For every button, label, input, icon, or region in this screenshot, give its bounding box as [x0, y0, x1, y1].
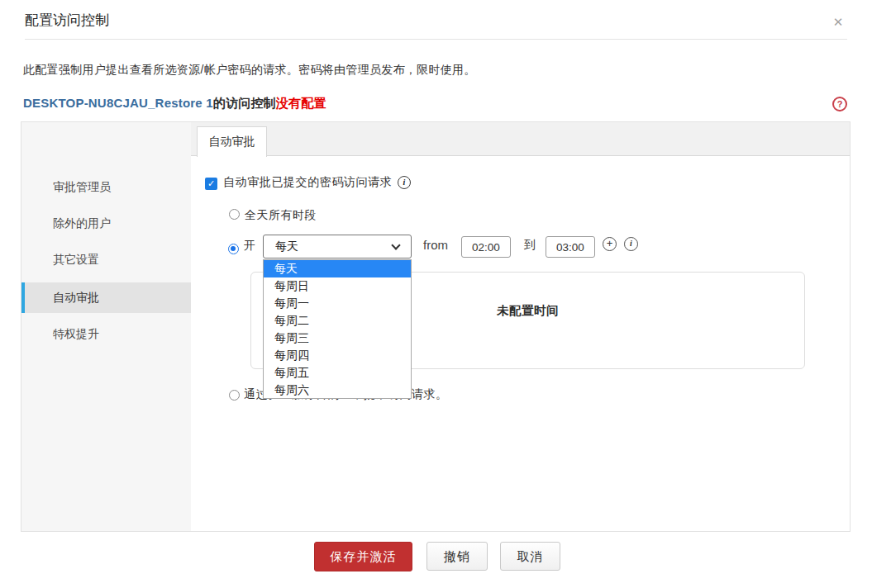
cancel-button[interactable]: 取消 [500, 542, 560, 571]
tab-strip: 自动审批 [191, 122, 850, 156]
day-select[interactable]: 每天 [263, 235, 412, 258]
empty-schedule-text: 未配置时间 [497, 304, 559, 317]
auto-approve-checkbox-label: 自动审批已提交的密码访问请求 [223, 175, 392, 190]
add-schedule-icon[interactable]: + [603, 237, 617, 251]
dropdown-option-saturday[interactable]: 每周六 [264, 382, 411, 399]
tab-auto-approve[interactable]: 自动审批 [197, 126, 267, 157]
resource-status-line: DESKTOP-NU8CJAU_Restore 1的访问控制没有配置 [23, 96, 326, 111]
dropdown-option-tuesday[interactable]: 每周二 [264, 312, 411, 330]
revert-button[interactable]: 撤销 [426, 542, 488, 571]
settings-panel: 审批管理员 除外的用户 其它设置 自动审批 特权提升 自动审批 ✓ 自动审批已提… [21, 121, 851, 532]
schedule-radio-label: 开 [244, 239, 255, 254]
close-icon[interactable]: ✕ [827, 12, 849, 33]
schedule-radio[interactable] [228, 244, 239, 254]
to-label: 到 [524, 238, 536, 253]
dropdown-option-wednesday[interactable]: 每周三 [264, 330, 411, 347]
info-icon[interactable]: i [398, 176, 411, 189]
sidebar-item-auto-approve[interactable]: 自动审批 [21, 282, 191, 313]
auto-approve-checkbox[interactable]: ✓ [205, 178, 217, 190]
day-select-dropdown: 每天 每周日 每周一 每周二 每周三 每周四 每周五 每周六 [263, 259, 412, 399]
status-not-configured: 没有配置 [276, 96, 326, 110]
sidebar-item-privilege-elevation[interactable]: 特权提升 [21, 321, 191, 346]
dropdown-option-friday[interactable]: 每周五 [264, 364, 411, 382]
help-icon[interactable]: ? [832, 97, 847, 111]
dropdown-option-monday[interactable]: 每周一 [264, 295, 411, 312]
dialog-description: 此配置强制用户提出查看所选资源/帐户密码的请求。密码将由管理员发布，限时使用。 [23, 63, 476, 78]
page-title: 配置访问控制 [25, 11, 109, 30]
all-time-radio-label: 全天所有时段 [245, 208, 317, 223]
title-divider [25, 39, 847, 40]
from-time-input[interactable] [461, 236, 511, 258]
save-activate-button[interactable]: 保存并激活 [314, 542, 412, 571]
resource-middle-text: 的访问控制 [213, 96, 276, 110]
dropdown-option-sunday[interactable]: 每周日 [264, 277, 411, 295]
from-label: from [423, 238, 448, 252]
dropdown-option-everyday[interactable]: 每天 [264, 260, 411, 277]
sidebar: 审批管理员 除外的用户 其它设置 自动审批 特权提升 [21, 122, 191, 531]
chevron-down-icon [391, 240, 400, 249]
sidebar-item-excluded-users[interactable]: 除外的用户 [21, 211, 191, 235]
to-time-input[interactable] [546, 236, 595, 258]
resource-name: DESKTOP-NU8CJAU_Restore 1 [23, 96, 213, 110]
sidebar-item-approval-admins[interactable]: 审批管理员 [21, 174, 191, 199]
access-control-dialog: 配置访问控制 ✕ 此配置强制用户提出查看所选资源/帐户密码的请求。密码将由管理员… [0, 0, 872, 588]
dropdown-option-thursday[interactable]: 每周四 [264, 347, 411, 364]
auto-approve-content: ✓ 自动审批已提交的密码访问请求 i 全天所有时段 开 每天 from 到 + … [191, 156, 850, 531]
day-select-value: 每天 [275, 239, 298, 253]
schedule-info-icon[interactable]: i [624, 237, 638, 251]
all-time-radio[interactable] [229, 209, 240, 220]
ticket-approve-radio[interactable] [229, 390, 240, 401]
sidebar-item-other-settings[interactable]: 其它设置 [21, 247, 191, 272]
